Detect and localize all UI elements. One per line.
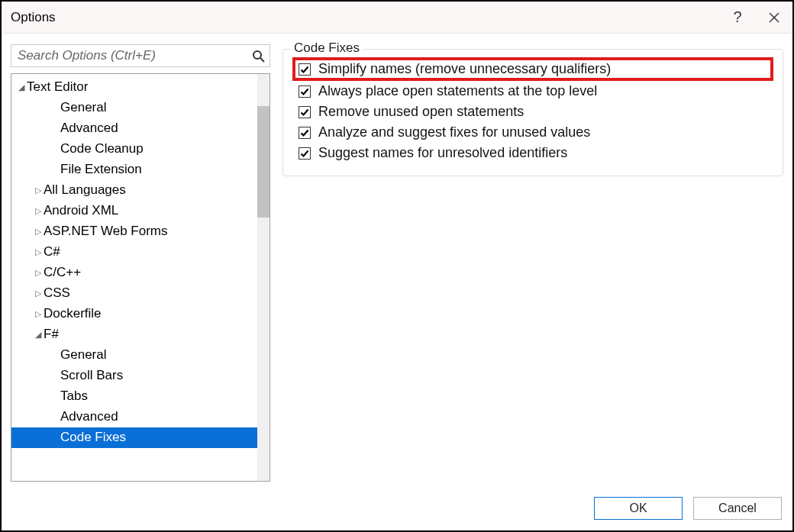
code-fixes-group: Code Fixes Simplify names (remove unnece… [282,49,783,176]
checks-list: Simplify names (remove unnecessary quali… [294,59,772,163]
svg-line-3 [260,58,264,62]
tree-item[interactable]: Scroll Bars [11,366,270,386]
cancel-button[interactable]: Cancel [693,497,782,520]
tree-item[interactable]: File Extension [11,160,270,180]
checkbox-row[interactable]: Simplify names (remove unnecessary quali… [294,59,772,79]
tree-item-label: C/C++ [44,262,81,283]
check-icon [300,65,309,74]
tree-item-label: Tabs [60,385,88,407]
tree-item-label: Text Editor [27,76,88,98]
tree-item[interactable]: Advanced [11,118,270,139]
tree-item-label: Code Cleanup [60,138,144,160]
tree-item[interactable]: ▷All Languages [11,180,270,201]
search-icon [252,50,265,63]
options-tree[interactable]: ◢ Text Editor GeneralAdvancedCode Cleanu… [11,73,270,482]
checkbox[interactable] [299,106,311,118]
checkbox-label: Always place open statements at the top … [318,83,597,99]
chevron-right-icon: ▷ [33,245,44,259]
chevron-right-icon: ▷ [33,224,44,238]
help-button[interactable]: ? [719,2,756,34]
tree-item-label: ASP.NET Web Forms [44,221,168,242]
check-icon [300,128,309,137]
titlebar: Options ? [2,2,792,34]
tree-item[interactable]: ▷C/C++ [11,263,270,283]
tree-item[interactable]: ◢F# [11,324,270,345]
tree-item[interactable]: Advanced [11,407,270,427]
checkbox[interactable] [299,147,311,160]
checkbox-row[interactable]: Always place open statements at the top … [294,81,772,102]
search-input[interactable] [18,45,252,66]
chevron-right-icon: ▷ [33,286,44,300]
chevron-right-icon: ▷ [33,183,44,197]
tree-item[interactable]: ▷Android XML [11,201,270,221]
check-icon [300,149,309,158]
scrollbar-thumb[interactable] [257,106,270,218]
tree-item-label: Code Fixes [60,427,126,448]
chevron-down-icon: ◢ [16,80,27,94]
tree-item-label: General [60,97,106,118]
check-icon [300,108,309,117]
tree-body: ◢ Text Editor GeneralAdvancedCode Cleanu… [11,74,270,448]
tree-item-label: Android XML [44,200,118,221]
tree-item[interactable]: Tabs [11,386,270,407]
checkbox-label: Analyze and suggest fixes for unused val… [318,124,590,140]
chevron-down-icon: ◢ [33,327,44,341]
checkbox-label: Remove unused open statements [318,104,524,120]
checkbox-row[interactable]: Remove unused open statements [294,102,772,122]
chevron-right-icon: ▷ [33,266,44,279]
checkbox-row[interactable]: Analyze and suggest fixes for unused val… [294,122,772,143]
checkbox[interactable] [299,127,311,139]
svg-point-2 [253,51,261,59]
tree-item-label: File Extension [60,159,142,180]
tree-item-label: C# [44,241,60,263]
check-icon [300,87,309,96]
checkbox-label: Simplify names (remove unnecessary quali… [318,61,611,77]
checkbox-label: Suggest names for unresolved identifiers [318,145,567,161]
tree-item[interactable]: General [11,98,270,118]
right-column: Code Fixes Simplify names (remove unnece… [282,44,783,482]
group-legend: Code Fixes [291,40,363,56]
tree-item-label: Advanced [60,118,118,139]
tree-item[interactable]: Code Cleanup [11,139,270,160]
ok-button[interactable]: OK [594,497,683,520]
dialog-content: ◢ Text Editor GeneralAdvancedCode Cleanu… [2,34,792,489]
search-container [11,44,270,67]
left-column: ◢ Text Editor GeneralAdvancedCode Cleanu… [11,44,270,482]
tree-item[interactable]: ▷C# [11,242,270,263]
tree-item[interactable]: ▷ASP.NET Web Forms [11,221,270,242]
chevron-right-icon: ▷ [33,307,44,321]
dialog-footer: OK Cancel [2,489,792,530]
tree-item-label: General [60,344,106,366]
close-button[interactable] [756,2,792,34]
tree-item[interactable]: ▷Dockerfile [11,304,270,324]
checkbox-row[interactable]: Suggest names for unresolved identifiers [294,143,772,163]
close-icon [769,12,779,23]
checkbox[interactable] [299,85,311,98]
checkbox[interactable] [299,63,311,76]
tree-item-label: Advanced [60,406,118,427]
window-title: Options [11,10,56,25]
tree-item[interactable]: Code Fixes [11,427,270,448]
tree-item-label: Dockerfile [44,303,102,324]
tree-item[interactable]: General [11,345,270,366]
tree-item-label: CSS [44,282,70,304]
tree-item-label: F# [44,324,59,345]
tree-item-label: All Languages [44,179,126,201]
tree-item[interactable]: ▷CSS [11,283,270,304]
tree-item-text-editor[interactable]: ◢ Text Editor [11,77,270,98]
chevron-right-icon: ▷ [33,204,44,218]
tree-item-label: Scroll Bars [60,365,123,386]
